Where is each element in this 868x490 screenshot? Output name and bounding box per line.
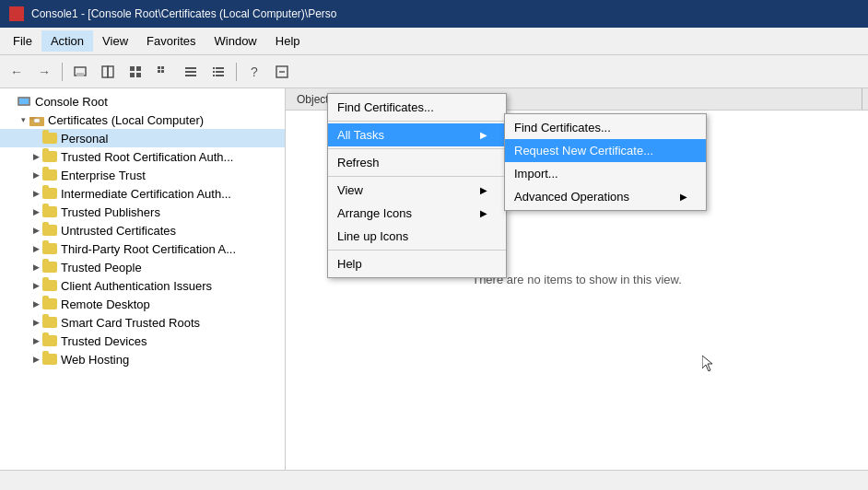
ctx-refresh[interactable]: Refresh	[328, 151, 506, 174]
svg-rect-11	[161, 70, 164, 73]
ctx-sep-3	[328, 176, 506, 177]
ctx-all-tasks[interactable]: All Tasks ▶	[328, 123, 506, 146]
ctx-all-tasks-arrow: ▶	[480, 130, 487, 140]
menu-help[interactable]: Help	[266, 30, 310, 52]
toolbar: ← → ?	[0, 55, 868, 88]
remote-desktop-icon	[42, 297, 57, 311]
third-party-label: Third-Party Root Certification A...	[61, 242, 236, 256]
tree-item-untrusted[interactable]: ▶ Untrusted Certificates	[0, 221, 285, 239]
expand-trusted-people: ▶	[29, 261, 42, 274]
untrusted-label: Untrusted Certificates	[61, 224, 176, 238]
tree-panel[interactable]: Console Root ▾ Certificates (Local Compu…	[0, 88, 286, 470]
tree-item-personal[interactable]: Personal	[0, 129, 285, 147]
trusted-root-label: Trusted Root Certification Auth...	[61, 150, 233, 164]
expand-untrusted: ▶	[29, 224, 42, 237]
tree-item-trusted-people[interactable]: ▶ Trusted People	[0, 258, 285, 276]
large-icons-button[interactable]	[123, 60, 148, 84]
svg-rect-6	[130, 73, 135, 77]
expand-trusted-devices: ▶	[29, 334, 42, 347]
svg-marker-28	[702, 356, 712, 371]
tree-item-console-root[interactable]: Console Root	[0, 92, 285, 111]
expand-intermediate: ▶	[29, 187, 42, 200]
ctx-view[interactable]: View ▶	[328, 179, 506, 202]
export-button[interactable]	[269, 60, 295, 84]
console-root-label: Console Root	[35, 95, 108, 109]
trusted-people-label: Trusted People	[61, 261, 142, 274]
intermediate-icon	[42, 186, 57, 201]
ctx-find-certs[interactable]: Find Certificates...	[328, 96, 506, 119]
sub-find-certs[interactable]: Find Certificates...	[505, 116, 706, 139]
expand-web-hosting: ▶	[29, 353, 42, 366]
client-auth-icon	[42, 278, 57, 293]
expand-third-party: ▶	[29, 242, 42, 255]
sub-import[interactable]: Import...	[505, 162, 706, 185]
status-bar	[0, 470, 868, 490]
help-toolbar-button[interactable]: ?	[241, 60, 267, 84]
expand-icon	[4, 95, 17, 108]
ctx-sep-2	[328, 148, 506, 149]
ctx-arrange-arrow: ▶	[480, 208, 487, 218]
forward-button[interactable]: →	[31, 60, 57, 84]
context-menu-overlay[interactable]: Find Certificates... All Tasks ▶ Refresh…	[286, 88, 868, 470]
tree-item-third-party[interactable]: ▶ Third-Party Root Certification A...	[0, 239, 285, 258]
sub-advanced-ops-label: Advanced Operations	[514, 190, 629, 204]
trusted-root-icon	[42, 149, 57, 164]
ctx-lineup-icons[interactable]: Line up Icons	[328, 225, 506, 248]
show-hide-button[interactable]	[95, 60, 121, 84]
trusted-people-icon	[42, 260, 57, 274]
back-button[interactable]: ←	[4, 60, 29, 84]
enterprise-label: Enterprise Trust	[61, 169, 146, 182]
trusted-devices-label: Trusted Devices	[61, 334, 147, 348]
small-icons-button[interactable]	[150, 60, 176, 84]
menu-file[interactable]: File	[4, 30, 41, 52]
svg-rect-17	[213, 71, 215, 73]
expand-trusted-pub: ▶	[29, 205, 42, 218]
tree-item-intermediate[interactable]: ▶ Intermediate Certification Auth...	[0, 184, 285, 203]
certs-local-label: Certificates (Local Computer)	[48, 113, 204, 127]
expand-icon-personal	[29, 132, 42, 145]
untrusted-icon	[42, 223, 57, 238]
enterprise-icon	[42, 168, 57, 182]
menu-view[interactable]: View	[93, 30, 137, 52]
ctx-help[interactable]: Help	[328, 252, 506, 275]
trusted-pub-icon	[42, 204, 57, 219]
menu-window[interactable]: Window	[205, 30, 266, 52]
tree-item-client-auth[interactable]: ▶ Client Authentication Issuers	[0, 276, 285, 295]
menu-bar: File Action View Favorites Window Help	[0, 28, 868, 55]
svg-rect-1	[76, 73, 84, 76]
sub-advanced-arrow: ▶	[680, 192, 687, 202]
toolbar-separator-1	[62, 63, 63, 81]
ctx-sep-1	[328, 121, 506, 122]
svg-rect-5	[136, 66, 141, 71]
svg-rect-19	[213, 75, 215, 76]
svg-rect-13	[185, 71, 196, 73]
mouse-cursor	[702, 356, 717, 377]
client-auth-label: Client Authentication Issuers	[61, 279, 212, 293]
tree-item-trusted-devices[interactable]: ▶ Trusted Devices	[0, 332, 285, 350]
tree-item-remote-desktop[interactable]: ▶ Remote Desktop	[0, 295, 285, 313]
svg-rect-8	[158, 66, 160, 69]
smart-card-icon	[42, 315, 57, 330]
up-button[interactable]	[67, 60, 93, 84]
tree-item-enterprise[interactable]: ▶ Enterprise Trust	[0, 166, 285, 184]
svg-rect-24	[19, 99, 29, 104]
menu-action[interactable]: Action	[41, 30, 93, 52]
console-root-icon	[17, 94, 31, 109]
list-button[interactable]	[178, 60, 204, 84]
sub-request-new[interactable]: Request New Certificate...	[505, 139, 706, 162]
detail-button[interactable]	[205, 60, 231, 84]
tree-item-web-hosting[interactable]: ▶ Web Hosting	[0, 350, 285, 368]
tree-item-smart-card[interactable]: ▶ Smart Card Trusted Roots	[0, 313, 285, 332]
expand-icon-certs: ▾	[17, 113, 29, 126]
menu-favorites[interactable]: Favorites	[137, 30, 205, 52]
svg-rect-2	[102, 66, 108, 77]
tree-item-trusted-publishers[interactable]: ▶ Trusted Publishers	[0, 203, 285, 221]
tree-item-trusted-root[interactable]: ▶ Trusted Root Certification Auth...	[0, 147, 285, 166]
web-hosting-icon	[42, 352, 57, 367]
title-bar: Console1 - [Console Root\Certificates (L…	[0, 0, 868, 28]
tree-item-certs-local[interactable]: ▾ Certificates (Local Computer)	[0, 111, 285, 129]
svg-rect-16	[216, 67, 224, 69]
ctx-arrange-icons[interactable]: Arrange Icons ▶	[328, 202, 506, 225]
sub-advanced-ops[interactable]: Advanced Operations ▶	[505, 185, 706, 208]
sub-import-label: Import...	[514, 167, 558, 181]
